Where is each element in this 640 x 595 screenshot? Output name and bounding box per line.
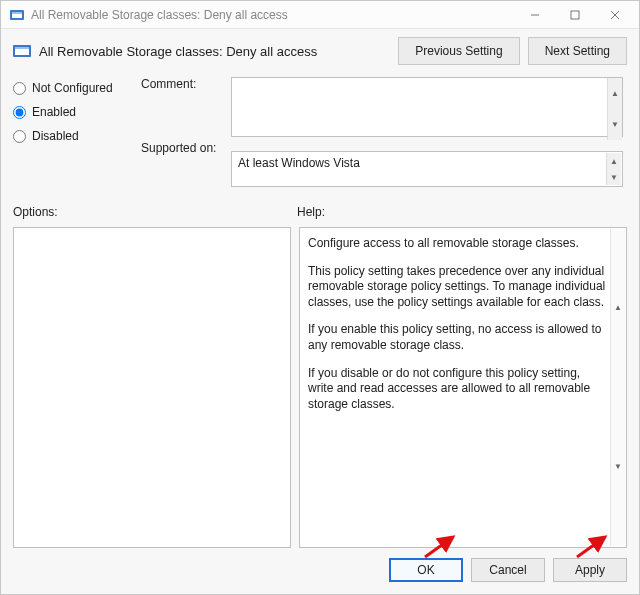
chevron-up-icon: ▲ [611,229,625,388]
options-label: Options: [13,205,297,219]
ok-button[interactable]: OK [389,558,463,582]
help-text: If you disable or do not configure this … [308,366,606,413]
supported-scroll[interactable]: ▲▼ [606,153,621,185]
chevron-down-icon: ▼ [608,109,622,140]
policy-editor-window: All Removable Storage classes: Deny all … [0,0,640,595]
policy-title: All Removable Storage classes: Deny all … [39,44,317,59]
help-text: If you enable this policy setting, no ac… [308,322,606,353]
svg-rect-2 [12,12,22,14]
svg-rect-4 [571,11,579,19]
chevron-up-icon: ▲ [608,78,622,109]
radio-disabled-input[interactable] [13,130,26,143]
supported-on-value: At least Windows Vista [238,156,360,170]
help-text: This policy setting takes precedence ove… [308,264,606,311]
titlebar: All Removable Storage classes: Deny all … [1,1,639,29]
radio-disabled[interactable]: Disabled [13,129,131,143]
help-text: Configure access to all removable storag… [308,236,606,252]
comment-input[interactable] [231,77,623,137]
help-label: Help: [297,205,325,219]
minimize-button[interactable] [515,2,555,28]
comment-scroll[interactable]: ▲▼ [607,78,622,140]
state-radios: Not Configured Enabled Disabled [13,77,131,187]
supported-on-field: At least Windows Vista ▲▼ [231,151,623,187]
radio-enabled[interactable]: Enabled [13,105,131,119]
supported-on-label: Supported on: [141,141,221,155]
field-inputs: ▲▼ At least Windows Vista ▲▼ [231,77,627,187]
help-panel: Configure access to all removable storag… [299,227,627,548]
radio-enabled-input[interactable] [13,106,26,119]
maximize-button[interactable] [555,2,595,28]
chevron-down-icon: ▼ [607,169,621,185]
cancel-button[interactable]: Cancel [471,558,545,582]
apply-button[interactable]: Apply [553,558,627,582]
dialog-footer: OK Cancel Apply [1,548,639,594]
radio-not-configured-input[interactable] [13,82,26,95]
window-title: All Removable Storage classes: Deny all … [31,8,515,22]
panels: Configure access to all removable storag… [1,223,639,548]
chevron-down-icon: ▼ [611,388,625,547]
chevron-up-icon: ▲ [607,153,621,169]
close-button[interactable] [595,2,635,28]
next-setting-button[interactable]: Next Setting [528,37,627,65]
previous-setting-button[interactable]: Previous Setting [398,37,519,65]
policy-header: All Removable Storage classes: Deny all … [1,29,639,71]
comment-label: Comment: [141,77,221,141]
radio-not-configured[interactable]: Not Configured [13,81,131,95]
options-panel [13,227,291,548]
field-labels: Comment: Supported on: [141,77,221,187]
svg-rect-9 [15,47,29,49]
config-row: Not Configured Enabled Disabled Comment:… [1,71,639,187]
help-scroll[interactable]: ▲▼ [610,229,625,546]
policy-icon [9,7,25,23]
panel-labels: Options: Help: [1,187,639,223]
policy-icon [13,43,33,59]
